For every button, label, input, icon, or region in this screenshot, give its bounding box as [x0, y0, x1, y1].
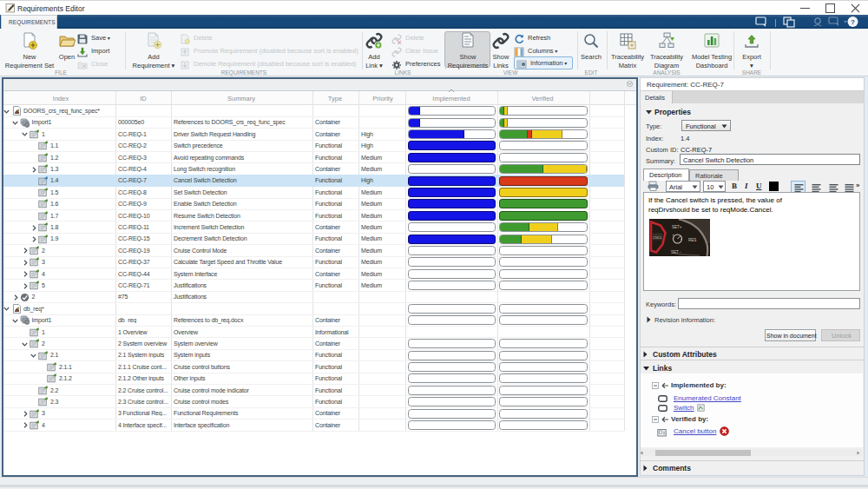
- svg-text:?: ?: [851, 18, 855, 26]
- svg-text:SET -: SET -: [671, 250, 681, 254]
- svg-text:CNCL: CNCL: [653, 235, 663, 240]
- svg-text:SET+: SET+: [672, 225, 682, 229]
- svg-text:RES: RES: [688, 238, 696, 242]
